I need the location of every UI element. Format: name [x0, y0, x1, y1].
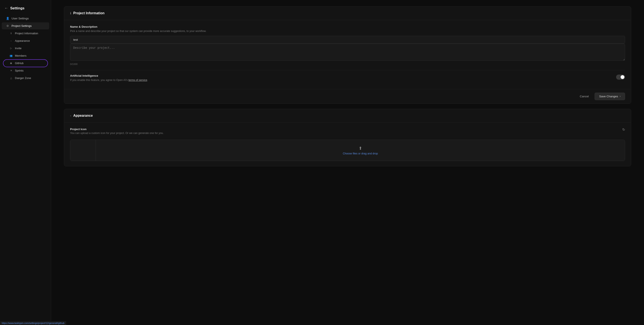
action-row: Cancel Save Changes › — [64, 89, 631, 104]
upload-icon: ⬆ — [359, 146, 362, 151]
sidebar-item-sprints[interactable]: ✕ Sprints — [2, 67, 49, 74]
sidebar-label-sprints: Sprints — [15, 69, 24, 72]
terms-of-service-link[interactable]: terms of service — [128, 78, 147, 82]
project-information-body: Name & Description Pick a name and descr… — [64, 20, 631, 89]
sidebar-item-user-settings[interactable]: 👤 User Settings — [2, 15, 49, 22]
sidebar-item-danger-zone[interactable]: △ Danger Zone — [2, 74, 49, 82]
github-icon: ◉ — [9, 62, 13, 64]
project-name-input[interactable] — [70, 36, 625, 44]
sidebar-label-danger-zone: Danger Zone — [15, 76, 31, 80]
sidebar-label-appearance: Appearance — [15, 39, 30, 42]
project-information-header: ℹ Project Information — [64, 6, 631, 20]
appearance-title: Appearance — [73, 114, 93, 118]
cancel-button[interactable]: Cancel — [576, 93, 592, 100]
project-icon-info: Project Icon You can upload a custom ico… — [70, 128, 164, 138]
ai-title: Artificial Intelligence — [70, 74, 148, 77]
save-chevron-icon: › — [620, 95, 620, 98]
appearance-card: ▫ Appearance Project Icon You can upload… — [64, 109, 631, 166]
name-description-group: Name & Description Pick a name and descr… — [70, 25, 625, 66]
danger-icon: △ — [9, 77, 13, 80]
sidebar-title: Settings — [10, 6, 24, 10]
appearance-icon: ▫ — [9, 40, 13, 42]
sidebar-item-github[interactable]: ◉ GitHub — [2, 60, 49, 67]
info-icon: ℹ — [9, 32, 13, 35]
project-icon-desc: You can upload a custom icon for your pr… — [70, 132, 164, 134]
project-information-card: ℹ Project Information Name & Description… — [64, 6, 631, 104]
save-changes-button[interactable]: Save Changes › — [594, 93, 625, 100]
project-information-title: Project Information — [73, 11, 104, 15]
sidebar-header: ← Settings — [0, 4, 51, 15]
appearance-header-icon: ▫ — [70, 114, 71, 117]
sidebar-item-project-settings[interactable]: ⚙ Project Settings — [2, 22, 49, 30]
sidebar-item-members[interactable]: 👥 Members — [2, 52, 49, 59]
back-button[interactable]: ← — [4, 6, 8, 10]
name-label: Name & Description — [70, 25, 625, 28]
main-content: ℹ Project Information Name & Description… — [51, 0, 644, 325]
sidebar-item-invite[interactable]: ▷ Invite — [2, 45, 49, 52]
sidebar-label-user-settings: User Settings — [12, 17, 29, 20]
project-info-header-icon: ℹ — [70, 12, 71, 15]
sidebar-label-project-settings: Project Settings — [12, 24, 32, 28]
name-description: Pick a name and describe your project so… — [70, 29, 625, 33]
save-changes-label: Save Changes — [599, 95, 618, 98]
appearance-body: Project Icon You can upload a custom ico… — [64, 122, 631, 166]
icon-upload-area: ⬆ Choose files or drag and drop — [70, 140, 625, 161]
gear-icon: ⚙ — [6, 24, 9, 28]
user-icon: 👤 — [6, 17, 9, 20]
ai-desc-suffix: . — [147, 78, 148, 82]
ai-info: Artificial Intelligence If you enable th… — [70, 74, 148, 82]
project-description-textarea[interactable] — [70, 44, 625, 61]
sidebar-label-members: Members — [15, 54, 26, 57]
ai-row: Artificial Intelligence If you enable th… — [70, 70, 625, 84]
project-icon-row: Project Icon You can upload a custom ico… — [70, 128, 625, 138]
ai-toggle[interactable] — [616, 74, 625, 80]
url-bar: https://www.tasklypm.com/settings/projec… — [0, 321, 66, 325]
members-icon: 👥 — [9, 54, 13, 57]
char-count: 0/1000 — [70, 63, 625, 66]
ai-description: If you enable this feature, you agree to… — [70, 78, 148, 82]
sidebar-label-github: GitHub — [15, 62, 24, 65]
refresh-icon[interactable]: ↻ — [622, 128, 625, 132]
appearance-header: ▫ Appearance — [64, 109, 631, 122]
sidebar-item-project-information[interactable]: ℹ Project Information — [2, 30, 49, 37]
sidebar-label-invite: Invite — [15, 47, 22, 50]
sprints-icon: ✕ — [9, 69, 13, 72]
invite-icon: ▷ — [9, 47, 13, 50]
project-icon-title: Project Icon — [70, 128, 164, 131]
upload-link[interactable]: Choose files or drag and drop — [343, 152, 378, 155]
sidebar-item-appearance[interactable]: ▫ Appearance — [2, 37, 49, 44]
sidebar-label-project-information: Project Information — [15, 32, 38, 35]
icon-preview-pane — [70, 140, 96, 161]
sidebar: ← Settings 👤 User Settings ⚙ Project Set… — [0, 0, 51, 325]
ai-desc-text: If you enable this feature, you agree to… — [70, 78, 128, 82]
icon-upload-right[interactable]: ⬆ Choose files or drag and drop — [96, 140, 625, 161]
